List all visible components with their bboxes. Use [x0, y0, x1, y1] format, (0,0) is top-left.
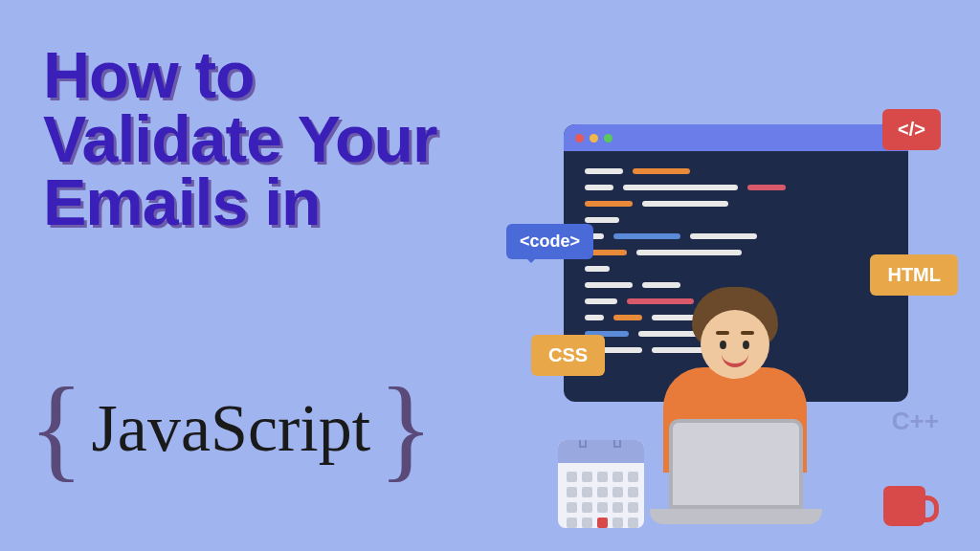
cpp-label: C++	[892, 407, 939, 436]
illustration: <code> </> HTML CSS C++	[497, 124, 947, 536]
brace-right-icon: }	[378, 383, 434, 474]
editor-titlebar	[564, 124, 908, 151]
brace-left-icon: {	[29, 383, 84, 474]
css-tag-label: CSS	[531, 335, 605, 376]
javascript-line: { JavaScript }	[29, 383, 434, 474]
slash-tag-label: </>	[882, 109, 941, 150]
headline-text: How to Validate Your Emails in	[43, 43, 464, 234]
html-tag-label: HTML	[870, 254, 958, 296]
javascript-label: JavaScript	[92, 390, 371, 467]
minimize-dot-icon	[590, 134, 598, 143]
title-block: How to Validate Your Emails in	[43, 43, 464, 234]
calendar-icon	[558, 440, 644, 528]
coffee-mug-icon	[883, 486, 925, 526]
code-tag-label: <code>	[506, 224, 593, 259]
laptop-icon	[650, 419, 822, 528]
close-dot-icon	[575, 134, 584, 143]
maximize-dot-icon	[604, 134, 612, 143]
